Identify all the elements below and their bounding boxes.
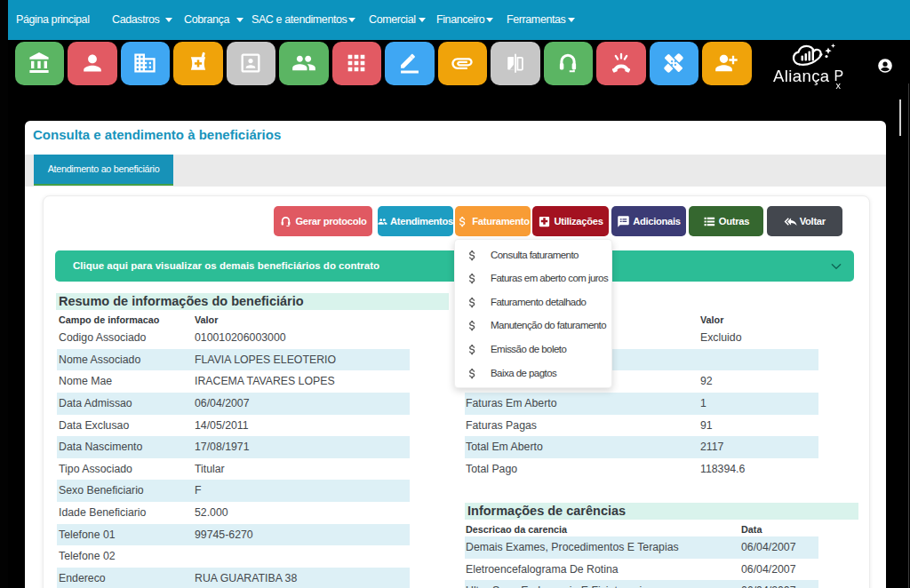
svg-text:Aliança: Aliança [773, 67, 830, 85]
svg-text:x: x [836, 80, 842, 91]
